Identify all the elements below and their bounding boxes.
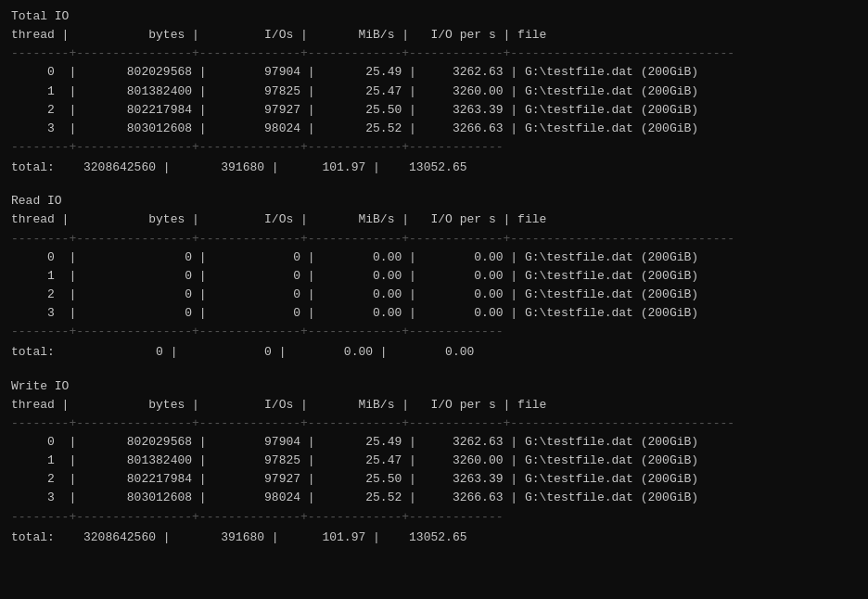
read-io-row-1: 1 | 0 | 0 | 0.00 | 0.00 | G:\testfile.da… xyxy=(11,267,857,286)
write-io-row-0: 0 | 802029568 | 97904 | 25.49 | 3262.63 … xyxy=(11,433,857,452)
section-write-io: Write IO thread | bytes | I/Os | MiB/s |… xyxy=(11,377,857,554)
read-io-row-3: 3 | 0 | 0 | 0.00 | 0.00 | G:\testfile.da… xyxy=(11,304,857,323)
read-io-title: Read IO thread | bytes | I/Os | MiB/s | … xyxy=(11,192,857,229)
total-io-divider: --------+----------------+--------------… xyxy=(11,45,857,63)
read-io-row-2: 2 | 0 | 0 | 0.00 | 0.00 | G:\testfile.da… xyxy=(11,286,857,304)
section-read-io: Read IO thread | bytes | I/Os | MiB/s | … xyxy=(11,192,857,369)
total-io-total-divider: --------+----------------+--------------… xyxy=(11,138,857,157)
write-io-row-1: 1 | 801382400 | 97825 | 25.47 | 3260.00 … xyxy=(11,452,857,470)
write-io-total: total: 3208642560 | 391680 | 101.97 | 13… xyxy=(11,529,857,547)
write-io-divider: --------+----------------+--------------… xyxy=(11,414,857,433)
write-io-row-3: 3 | 803012608 | 98024 | 25.52 | 3266.63 … xyxy=(11,489,857,507)
io-stats-display: Total IO thread | bytes | I/Os | MiB/s |… xyxy=(11,7,857,554)
total-io-title: Total IO thread | bytes | I/Os | MiB/s |… xyxy=(11,7,857,45)
write-io-row-2: 2 | 802217984 | 97927 | 25.50 | 3263.39 … xyxy=(11,470,857,489)
total-io-row-3: 3 | 803012608 | 98024 | 25.52 | 3266.63 … xyxy=(11,120,857,138)
write-io-title: Write IO thread | bytes | I/Os | MiB/s |… xyxy=(11,377,857,414)
write-io-total-divider: --------+----------------+--------------… xyxy=(11,508,857,527)
total-io-row-2: 2 | 802217984 | 97927 | 25.50 | 3263.39 … xyxy=(11,101,857,120)
total-io-total: total: 3208642560 | 391680 | 101.97 | 13… xyxy=(11,159,857,177)
total-io-row-0: 0 | 802029568 | 97904 | 25.49 | 3262.63 … xyxy=(11,63,857,82)
read-io-total-divider: --------+----------------+--------------… xyxy=(11,323,857,341)
section-total-io: Total IO thread | bytes | I/Os | MiB/s |… xyxy=(11,7,857,185)
read-io-total: total: 0 | 0 | 0.00 | 0.00 xyxy=(11,343,857,362)
total-io-row-1: 1 | 801382400 | 97825 | 25.47 | 3260.00 … xyxy=(11,83,857,101)
read-io-row-0: 0 | 0 | 0 | 0.00 | 0.00 | G:\testfile.da… xyxy=(11,249,857,267)
read-io-divider: --------+----------------+--------------… xyxy=(11,230,857,249)
